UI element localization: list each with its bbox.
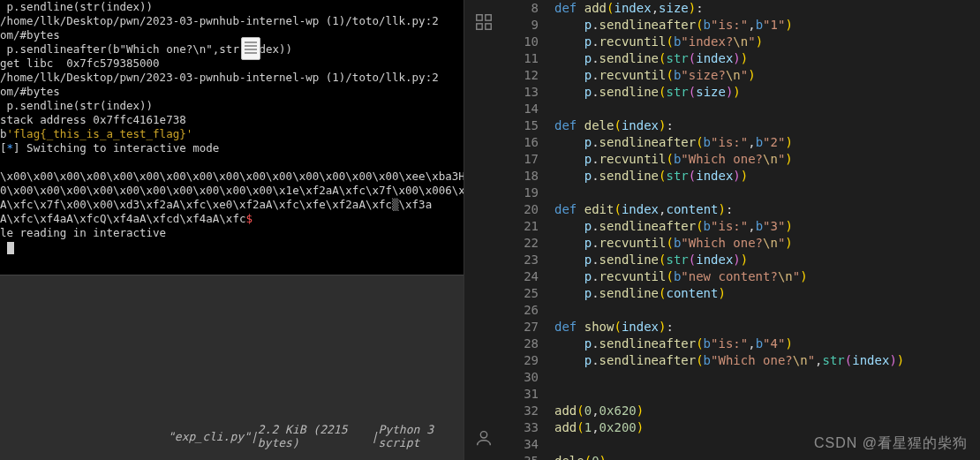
terminal-line: get libc 0x7fc579385000 — [0, 57, 464, 71]
line-number: 27 — [503, 319, 539, 336]
line-number: 14 — [503, 101, 539, 117]
terminal-cursor-line — [0, 240, 464, 254]
line-number: 20 — [503, 201, 539, 218]
terminal-switch-line: [*] Switching to interactive mode — [0, 141, 464, 155]
line-number: 11 — [503, 50, 539, 67]
code-line[interactable]: add(0,0x620) — [554, 403, 980, 419]
svg-point-4 — [480, 432, 486, 438]
line-number: 16 — [503, 134, 539, 151]
terminal[interactable]: p.sendline(str(index)) /home/llk/Desktop… — [0, 0, 464, 275]
code-line[interactable]: p.recvuntil(b"Which one?\n") — [554, 235, 980, 252]
line-number: 29 — [503, 352, 539, 369]
code-line[interactable]: p.sendlineafter(b"is:",b"4") — [554, 336, 980, 352]
line-number: 32 — [503, 403, 539, 419]
code-line[interactable]: dele(0) — [554, 453, 980, 460]
line-number: 31 — [503, 386, 539, 403]
code-line[interactable]: def show(index): — [554, 319, 980, 336]
status-filename: "exp_cli.py" — [168, 430, 251, 443]
code-line[interactable]: def dele(index): — [554, 117, 980, 134]
svg-rect-2 — [477, 24, 482, 29]
code-line[interactable]: add(1,0x200) — [554, 419, 980, 436]
code-line[interactable]: def edit(index,content): — [554, 201, 980, 218]
terminal-raw: A\xfc\xf4aA\xfcQ\xf4aA\xfcd\xf4aA\xfc$ — [0, 212, 464, 226]
terminal-blank — [0, 155, 464, 170]
account-icon[interactable] — [474, 428, 494, 448]
code-line[interactable]: p.recvuntil(b"new content?\n") — [554, 268, 980, 285]
line-number: 18 — [503, 168, 539, 185]
line-number: 23 — [503, 252, 539, 268]
code-line[interactable]: p.recvuntil(b"Which one?\n") — [554, 151, 980, 168]
line-number: 22 — [503, 235, 539, 252]
code-line[interactable] — [554, 369, 980, 386]
line-number: 8 — [503, 0, 539, 17]
code-line[interactable]: p.sendline(str(index)) — [554, 50, 980, 67]
line-number: 15 — [503, 117, 539, 134]
terminal-flag-line: b'flag{_this_is_a_test_flag}' — [0, 127, 464, 141]
terminal-line: /home/llk/Desktop/pwn/2023-03-pwnhub-int… — [0, 71, 464, 85]
line-number: 13 — [503, 84, 539, 101]
status-bar: "exp_cli.py" | 2.2 KiB (2215 bytes) | Py… — [0, 425, 464, 448]
terminal-raw: 0\x00\x00\x00\x00\x00\x00\x00\x00\x00\x0… — [0, 184, 464, 198]
line-number: 30 — [503, 369, 539, 386]
code-line[interactable] — [554, 302, 980, 319]
code-area[interactable]: def add(index,size): p.sendlineafter(b"i… — [554, 0, 980, 460]
terminal-line: p.sendline(str(index)) — [0, 0, 464, 14]
code-line[interactable] — [554, 101, 980, 117]
svg-rect-3 — [486, 24, 491, 29]
line-number: 34 — [503, 436, 539, 453]
line-number: 26 — [503, 302, 539, 319]
editor-gutter — [464, 0, 503, 460]
line-number: 33 — [503, 419, 539, 436]
code-editor[interactable]: 8910111213141516171819202122232425262728… — [503, 0, 980, 460]
text-file-icon[interactable] — [241, 37, 260, 60]
file-manager-area[interactable]: "exp_cli.py" | 2.2 KiB (2215 bytes) | Py… — [0, 275, 464, 460]
code-line[interactable]: p.sendlineafter(b"is:",b"1") — [554, 17, 980, 34]
line-number: 28 — [503, 336, 539, 352]
code-line[interactable]: p.sendline(str(size)) — [554, 84, 980, 101]
code-line[interactable]: def add(index,size): — [554, 0, 980, 17]
code-line[interactable]: p.sendline(str(index)) — [554, 168, 980, 185]
line-number: 24 — [503, 268, 539, 285]
status-sep: | — [372, 430, 379, 443]
svg-rect-0 — [477, 15, 482, 20]
line-number: 19 — [503, 185, 539, 201]
status-size: 2.2 KiB (2215 bytes) — [258, 423, 372, 449]
terminal-line: stack address 0x7ffc4161e738 — [0, 113, 464, 127]
line-number: 12 — [503, 67, 539, 84]
layout-grid-icon[interactable] — [474, 12, 494, 32]
code-line[interactable]: p.sendlineafter(b"Which one?\n",str(inde… — [554, 352, 980, 369]
terminal-line: p.sendline(str(index)) — [0, 99, 464, 113]
svg-rect-1 — [486, 15, 491, 20]
line-number: 35 — [503, 453, 539, 460]
code-line[interactable]: p.sendlineafter(b"is:",b"2") — [554, 134, 980, 151]
code-line[interactable] — [554, 436, 980, 453]
code-line[interactable]: p.sendline(str(index)) — [554, 252, 980, 268]
line-number-gutter: 8910111213141516171819202122232425262728… — [503, 0, 554, 460]
terminal-line: om/#bytes — [0, 85, 464, 99]
code-line[interactable]: p.recvuntil(b"size?\n") — [554, 67, 980, 84]
code-line[interactable]: p.sendlineafter(b"is:",b"3") — [554, 218, 980, 235]
cursor-icon — [7, 242, 14, 254]
code-line[interactable] — [554, 185, 980, 201]
terminal-tail: le reading in interactive — [0, 226, 464, 240]
code-line[interactable]: p.sendline(content) — [554, 285, 980, 302]
terminal-line: /home/llk/Desktop/pwn/2023-03-pwnhub-int… — [0, 14, 464, 28]
terminal-line: om/#bytes — [0, 28, 464, 42]
line-number: 25 — [503, 285, 539, 302]
app-root: p.sendline(str(index)) /home/llk/Desktop… — [0, 0, 980, 460]
line-number: 9 — [503, 17, 539, 34]
status-sep: | — [251, 430, 258, 443]
terminal-raw: A\xfc\x7f\x00\x00\xd3\xf2aA\xfc\xe0\xf2a… — [0, 198, 464, 212]
terminal-raw: \x00\x00\x00\x00\x00\x00\x00\x00\x00\x00… — [0, 170, 464, 184]
status-type: Python 3 script — [378, 423, 464, 449]
line-number: 10 — [503, 34, 539, 50]
code-line[interactable] — [554, 386, 980, 403]
code-line[interactable]: p.recvuntil(b"index?\n") — [554, 34, 980, 50]
left-panel: p.sendline(str(index)) /home/llk/Desktop… — [0, 0, 464, 460]
line-number: 17 — [503, 151, 539, 168]
terminal-line: p.sendlineafter(b"Which one?\n",str(inde… — [0, 42, 464, 57]
line-number: 21 — [503, 218, 539, 235]
